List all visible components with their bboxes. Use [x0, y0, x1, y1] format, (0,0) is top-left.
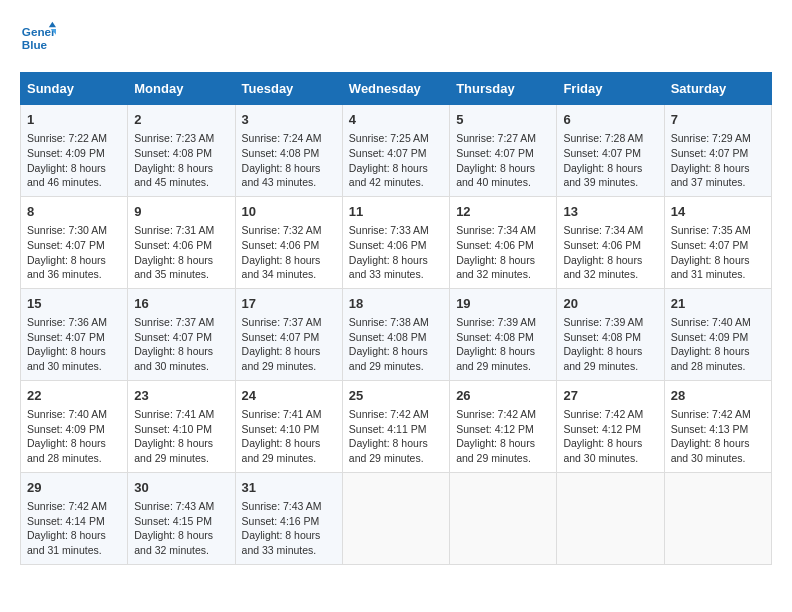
calendar-cell: 2Sunrise: 7:23 AM Sunset: 4:08 PM Daylig…: [128, 105, 235, 197]
calendar-cell: 20Sunrise: 7:39 AM Sunset: 4:08 PM Dayli…: [557, 288, 664, 380]
calendar-cell: 24Sunrise: 7:41 AM Sunset: 4:10 PM Dayli…: [235, 380, 342, 472]
calendar-cell: [450, 472, 557, 564]
day-number: 30: [134, 479, 228, 497]
weekday-header: Wednesday: [342, 73, 449, 105]
calendar-cell: 30Sunrise: 7:43 AM Sunset: 4:15 PM Dayli…: [128, 472, 235, 564]
day-info: Sunrise: 7:31 AM Sunset: 4:06 PM Dayligh…: [134, 223, 228, 282]
day-info: Sunrise: 7:43 AM Sunset: 4:15 PM Dayligh…: [134, 499, 228, 558]
page-header: General Blue: [20, 20, 772, 56]
calendar-table: SundayMondayTuesdayWednesdayThursdayFrid…: [20, 72, 772, 565]
day-info: Sunrise: 7:22 AM Sunset: 4:09 PM Dayligh…: [27, 131, 121, 190]
day-info: Sunrise: 7:28 AM Sunset: 4:07 PM Dayligh…: [563, 131, 657, 190]
calendar-week-row: 22Sunrise: 7:40 AM Sunset: 4:09 PM Dayli…: [21, 380, 772, 472]
day-number: 4: [349, 111, 443, 129]
day-number: 13: [563, 203, 657, 221]
day-number: 23: [134, 387, 228, 405]
day-number: 24: [242, 387, 336, 405]
day-info: Sunrise: 7:42 AM Sunset: 4:13 PM Dayligh…: [671, 407, 765, 466]
calendar-cell: 1Sunrise: 7:22 AM Sunset: 4:09 PM Daylig…: [21, 105, 128, 197]
calendar-cell: 31Sunrise: 7:43 AM Sunset: 4:16 PM Dayli…: [235, 472, 342, 564]
day-info: Sunrise: 7:24 AM Sunset: 4:08 PM Dayligh…: [242, 131, 336, 190]
calendar-cell: 7Sunrise: 7:29 AM Sunset: 4:07 PM Daylig…: [664, 105, 771, 197]
calendar-cell: 3Sunrise: 7:24 AM Sunset: 4:08 PM Daylig…: [235, 105, 342, 197]
day-info: Sunrise: 7:39 AM Sunset: 4:08 PM Dayligh…: [563, 315, 657, 374]
day-number: 20: [563, 295, 657, 313]
logo-icon: General Blue: [20, 20, 56, 56]
calendar-cell: 5Sunrise: 7:27 AM Sunset: 4:07 PM Daylig…: [450, 105, 557, 197]
calendar-cell: [664, 472, 771, 564]
calendar-cell: 12Sunrise: 7:34 AM Sunset: 4:06 PM Dayli…: [450, 196, 557, 288]
day-number: 25: [349, 387, 443, 405]
calendar-week-row: 15Sunrise: 7:36 AM Sunset: 4:07 PM Dayli…: [21, 288, 772, 380]
day-number: 28: [671, 387, 765, 405]
calendar-cell: 16Sunrise: 7:37 AM Sunset: 4:07 PM Dayli…: [128, 288, 235, 380]
day-info: Sunrise: 7:41 AM Sunset: 4:10 PM Dayligh…: [242, 407, 336, 466]
day-info: Sunrise: 7:30 AM Sunset: 4:07 PM Dayligh…: [27, 223, 121, 282]
day-info: Sunrise: 7:34 AM Sunset: 4:06 PM Dayligh…: [563, 223, 657, 282]
weekday-header: Thursday: [450, 73, 557, 105]
calendar-cell: 14Sunrise: 7:35 AM Sunset: 4:07 PM Dayli…: [664, 196, 771, 288]
calendar-cell: 10Sunrise: 7:32 AM Sunset: 4:06 PM Dayli…: [235, 196, 342, 288]
day-number: 16: [134, 295, 228, 313]
day-info: Sunrise: 7:42 AM Sunset: 4:12 PM Dayligh…: [563, 407, 657, 466]
day-number: 8: [27, 203, 121, 221]
day-number: 9: [134, 203, 228, 221]
day-info: Sunrise: 7:33 AM Sunset: 4:06 PM Dayligh…: [349, 223, 443, 282]
day-info: Sunrise: 7:23 AM Sunset: 4:08 PM Dayligh…: [134, 131, 228, 190]
svg-text:Blue: Blue: [22, 38, 48, 51]
calendar-cell: 13Sunrise: 7:34 AM Sunset: 4:06 PM Dayli…: [557, 196, 664, 288]
day-number: 31: [242, 479, 336, 497]
day-number: 17: [242, 295, 336, 313]
weekday-header: Monday: [128, 73, 235, 105]
calendar-cell: [557, 472, 664, 564]
day-number: 21: [671, 295, 765, 313]
day-number: 26: [456, 387, 550, 405]
day-number: 5: [456, 111, 550, 129]
logo: General Blue: [20, 20, 56, 56]
day-info: Sunrise: 7:40 AM Sunset: 4:09 PM Dayligh…: [671, 315, 765, 374]
calendar-cell: 6Sunrise: 7:28 AM Sunset: 4:07 PM Daylig…: [557, 105, 664, 197]
day-info: Sunrise: 7:38 AM Sunset: 4:08 PM Dayligh…: [349, 315, 443, 374]
calendar-cell: 22Sunrise: 7:40 AM Sunset: 4:09 PM Dayli…: [21, 380, 128, 472]
day-number: 15: [27, 295, 121, 313]
calendar-cell: 18Sunrise: 7:38 AM Sunset: 4:08 PM Dayli…: [342, 288, 449, 380]
calendar-cell: 23Sunrise: 7:41 AM Sunset: 4:10 PM Dayli…: [128, 380, 235, 472]
day-info: Sunrise: 7:39 AM Sunset: 4:08 PM Dayligh…: [456, 315, 550, 374]
calendar-cell: 26Sunrise: 7:42 AM Sunset: 4:12 PM Dayli…: [450, 380, 557, 472]
calendar-cell: 27Sunrise: 7:42 AM Sunset: 4:12 PM Dayli…: [557, 380, 664, 472]
day-number: 2: [134, 111, 228, 129]
day-number: 29: [27, 479, 121, 497]
day-info: Sunrise: 7:42 AM Sunset: 4:14 PM Dayligh…: [27, 499, 121, 558]
calendar-body: 1Sunrise: 7:22 AM Sunset: 4:09 PM Daylig…: [21, 105, 772, 565]
day-number: 10: [242, 203, 336, 221]
day-number: 18: [349, 295, 443, 313]
day-info: Sunrise: 7:42 AM Sunset: 4:11 PM Dayligh…: [349, 407, 443, 466]
calendar-cell: 25Sunrise: 7:42 AM Sunset: 4:11 PM Dayli…: [342, 380, 449, 472]
calendar-cell: 29Sunrise: 7:42 AM Sunset: 4:14 PM Dayli…: [21, 472, 128, 564]
day-number: 22: [27, 387, 121, 405]
day-info: Sunrise: 7:29 AM Sunset: 4:07 PM Dayligh…: [671, 131, 765, 190]
day-info: Sunrise: 7:35 AM Sunset: 4:07 PM Dayligh…: [671, 223, 765, 282]
calendar-cell: [342, 472, 449, 564]
weekday-header: Sunday: [21, 73, 128, 105]
calendar-week-row: 29Sunrise: 7:42 AM Sunset: 4:14 PM Dayli…: [21, 472, 772, 564]
calendar-cell: 11Sunrise: 7:33 AM Sunset: 4:06 PM Dayli…: [342, 196, 449, 288]
day-number: 19: [456, 295, 550, 313]
calendar-cell: 21Sunrise: 7:40 AM Sunset: 4:09 PM Dayli…: [664, 288, 771, 380]
calendar-header-row: SundayMondayTuesdayWednesdayThursdayFrid…: [21, 73, 772, 105]
day-number: 3: [242, 111, 336, 129]
day-number: 27: [563, 387, 657, 405]
day-number: 12: [456, 203, 550, 221]
weekday-header: Saturday: [664, 73, 771, 105]
day-number: 14: [671, 203, 765, 221]
day-info: Sunrise: 7:25 AM Sunset: 4:07 PM Dayligh…: [349, 131, 443, 190]
weekday-header: Tuesday: [235, 73, 342, 105]
calendar-cell: 8Sunrise: 7:30 AM Sunset: 4:07 PM Daylig…: [21, 196, 128, 288]
day-info: Sunrise: 7:42 AM Sunset: 4:12 PM Dayligh…: [456, 407, 550, 466]
day-number: 6: [563, 111, 657, 129]
day-number: 11: [349, 203, 443, 221]
calendar-cell: 9Sunrise: 7:31 AM Sunset: 4:06 PM Daylig…: [128, 196, 235, 288]
calendar-cell: 28Sunrise: 7:42 AM Sunset: 4:13 PM Dayli…: [664, 380, 771, 472]
day-info: Sunrise: 7:37 AM Sunset: 4:07 PM Dayligh…: [134, 315, 228, 374]
day-number: 7: [671, 111, 765, 129]
